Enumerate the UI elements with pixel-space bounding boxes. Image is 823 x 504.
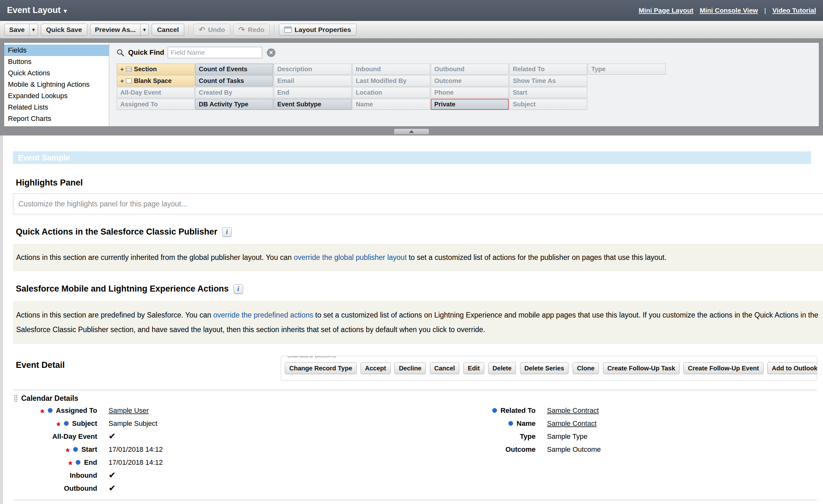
sidebar-item-expanded-lookups[interactable]: Expanded Lookups: [4, 90, 109, 102]
info-icon[interactable]: i: [222, 227, 232, 237]
standard-buttons-legend: Standard Buttons: [285, 356, 338, 359]
quick-find-label: Quick Find: [128, 48, 164, 57]
calendar-details-grid: * Assigned To Sample User Related To Sam…: [0, 404, 823, 495]
add-to-outlook-button[interactable]: Add to Outlook: [767, 362, 817, 374]
save-button[interactable]: Save ▾: [4, 24, 38, 36]
layout-field-name[interactable]: Name: [457, 417, 535, 430]
section-divider: [13, 389, 817, 391]
palette: Fields Buttons Quick Actions Mobile & Li…: [0, 39, 823, 136]
layout-field-all-day-event[interactable]: All-Day Event: [0, 430, 97, 443]
palette-collapse-handle[interactable]: [394, 129, 429, 134]
palette-field-start[interactable]: Start: [509, 87, 587, 98]
palette-field-description[interactable]: Description: [274, 64, 352, 75]
override-predefined-actions-link[interactable]: override the predefined actions: [213, 311, 313, 319]
edit-button[interactable]: Edit: [463, 362, 484, 374]
link-mini-page-layout[interactable]: Mini Page Layout: [639, 7, 693, 14]
create-follow-up-event-button[interactable]: Create Follow-Up Event: [683, 362, 763, 374]
accept-button[interactable]: Accept: [360, 362, 390, 374]
undo-button[interactable]: ↶ Undo: [193, 24, 230, 36]
create-follow-up-task-button[interactable]: Create Follow-Up Task: [603, 362, 680, 374]
palette-field-count-of-events[interactable]: Count of Events: [195, 64, 273, 75]
sidebar-item-buttons[interactable]: Buttons: [4, 56, 109, 67]
info-icon[interactable]: i: [233, 284, 243, 294]
layout-field-subject[interactable]: * Subject: [0, 417, 97, 430]
layout-field-start[interactable]: * Start: [0, 443, 97, 456]
section-calendar-details[interactable]: Calendar Details: [14, 394, 823, 403]
layout-field-type[interactable]: Type: [457, 430, 535, 443]
sidebar-item-report-charts[interactable]: Report Charts: [4, 113, 109, 125]
palette-field-outcome[interactable]: Outcome: [431, 75, 509, 87]
required-icon: *: [68, 464, 72, 467]
palette-field-all-day-event[interactable]: All-Day Event: [117, 87, 195, 98]
cancel-button[interactable]: Cancel: [152, 24, 184, 36]
preview-as-button[interactable]: Preview As... ▾: [90, 24, 149, 36]
redo-icon: ↷: [239, 26, 245, 33]
link-video-tutorial[interactable]: Video Tutorial: [772, 7, 816, 14]
palette-field-count-of-tasks[interactable]: Count of Tasks: [195, 75, 273, 87]
layout-selector[interactable]: Event Layout ▾: [7, 5, 67, 15]
palette-element-section[interactable]: + Section: [117, 64, 195, 75]
preview-as-dropdown-icon[interactable]: ▾: [140, 24, 149, 35]
layout-properties-icon: [284, 27, 292, 33]
layout-properties-button[interactable]: Layout Properties: [279, 24, 356, 36]
palette-field-location[interactable]: Location: [352, 87, 430, 98]
section-divider: [13, 499, 817, 501]
sidebar-item-related-lists[interactable]: Related Lists: [4, 102, 109, 113]
link-mini-console-view[interactable]: Mini Console View: [699, 7, 758, 14]
palette-field-type[interactable]: Type: [588, 64, 666, 75]
blank-space-icon: [126, 78, 132, 83]
sidebar-item-quick-actions[interactable]: Quick Actions: [4, 67, 109, 79]
layout-field-outbound[interactable]: Outbound: [0, 482, 97, 495]
layout-field-outcome[interactable]: Outcome: [457, 443, 535, 456]
sidebar-item-mobile-lightning-actions[interactable]: Mobile & Lightning Actions: [4, 79, 109, 90]
palette-field-related-to[interactable]: Related To: [509, 64, 587, 75]
chevron-down-icon: ▾: [64, 7, 67, 15]
palette-field-show-time-as[interactable]: Show Time As: [509, 75, 587, 87]
palette-field-inbound[interactable]: Inbound: [352, 64, 430, 75]
checked-checkbox-icon: ✔: [109, 432, 116, 441]
clear-search-icon[interactable]: ✕: [267, 48, 275, 57]
layout-field-assigned-to[interactable]: * Assigned To: [0, 404, 97, 417]
redo-button[interactable]: ↷ Redo: [233, 24, 270, 36]
palette-field-email[interactable]: Email: [274, 75, 352, 87]
sidebar-item-fields[interactable]: Fields: [4, 45, 109, 56]
editor-toolbar: Save ▾ Quick Save Preview As... ▾ Cancel…: [0, 21, 823, 39]
event-detail-header: Event Detail Standard Buttons Change Rec…: [0, 353, 823, 385]
field-indicator-icon: [48, 408, 52, 413]
layout-field-end[interactable]: * End: [0, 456, 97, 469]
highlights-panel-title: Highlights Panel: [16, 178, 823, 188]
clone-button[interactable]: Clone: [572, 362, 599, 374]
palette-field-phone[interactable]: Phone: [431, 87, 509, 98]
undo-icon: ↶: [199, 26, 205, 33]
delete-series-button[interactable]: Delete Series: [520, 362, 569, 374]
drag-handle-icon: [14, 394, 18, 402]
layout-field-inbound[interactable]: Inbound: [0, 469, 97, 482]
sample-record-banner: Event Sample: [13, 151, 811, 164]
palette-field-private[interactable]: Private: [431, 99, 509, 110]
palette-field-db-activity-type[interactable]: DB Activity Type: [195, 99, 273, 110]
field-indicator-icon: [75, 460, 80, 465]
field-value: ✔: [97, 482, 457, 495]
palette-field-event-subtype[interactable]: Event Subtype: [274, 99, 352, 110]
palette-element-blank-space[interactable]: + Blank Space: [117, 75, 195, 87]
palette-field-created-by[interactable]: Created By: [195, 87, 273, 98]
palette-field-last-modified-by[interactable]: Last Modified By: [352, 75, 430, 87]
palette-field-name[interactable]: Name: [352, 99, 430, 110]
delete-button[interactable]: Delete: [488, 362, 516, 374]
cancel-standard-button[interactable]: Cancel: [430, 362, 460, 374]
palette-field-end[interactable]: End: [274, 87, 352, 98]
layout-field-related-to[interactable]: Related To: [457, 404, 535, 417]
field-value: ✔: [97, 469, 457, 482]
quick-save-button[interactable]: Quick Save: [41, 24, 88, 36]
palette-field-subject[interactable]: Subject: [509, 99, 587, 110]
palette-field-assigned-to[interactable]: Assigned To: [117, 99, 195, 110]
decline-button[interactable]: Decline: [394, 362, 426, 374]
save-dropdown-icon[interactable]: ▾: [29, 24, 38, 35]
highlights-panel-box[interactable]: Customize the highlights panel for this …: [13, 193, 823, 214]
palette-fields-grid: + Section Count of Events Description In…: [117, 64, 819, 110]
palette-field-outbound[interactable]: Outbound: [431, 64, 509, 75]
change-record-type-button[interactable]: Change Record Type: [285, 362, 357, 374]
quick-find-input[interactable]: [168, 47, 262, 58]
override-global-publisher-link[interactable]: override the global publisher layout: [294, 253, 407, 262]
field-indicator-icon: [64, 421, 69, 426]
